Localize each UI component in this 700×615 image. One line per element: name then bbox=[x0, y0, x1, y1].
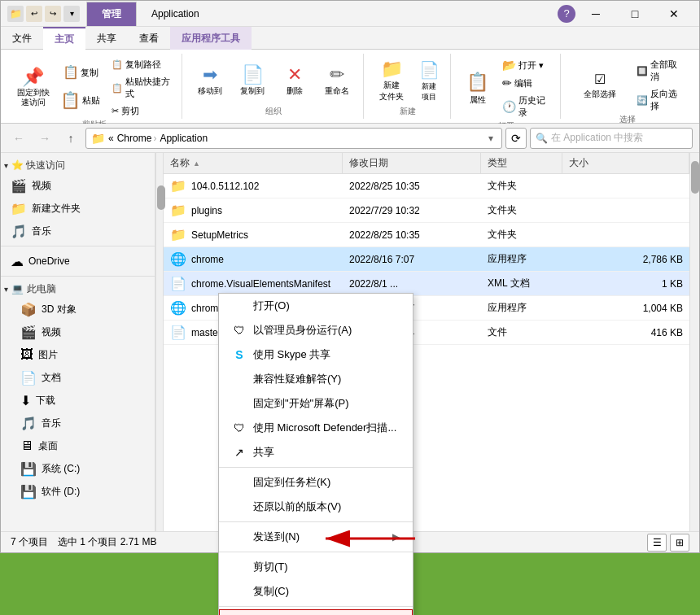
sidebar-item-video[interactable]: 🎬 视频 bbox=[1, 174, 155, 197]
quick-access-header[interactable]: ▾ ⭐ 快速访问 bbox=[1, 156, 155, 174]
table-row[interactable]: 📁 SetupMetrics 2022/8/25 10:35 文件夹 bbox=[164, 223, 689, 247]
table-row[interactable]: 📁 104.0.5112.102 2022/8/25 10:35 文件夹 bbox=[164, 174, 689, 198]
sidebar-item-desktop[interactable]: 🖥 桌面 bbox=[1, 434, 155, 457]
ctx-skype-share[interactable]: S 使用 Skype 共享 bbox=[219, 342, 413, 367]
address-dropdown-button[interactable]: ▾ bbox=[485, 133, 497, 144]
ribbon-group-organize: ➡ 移动到 📄 复制到 ✕ 删除 ✏ 重命名 bbox=[184, 54, 364, 119]
table-row[interactable]: 🌐 chrome 2022/8/16 7:07 应用程序 2,786 KB bbox=[164, 247, 689, 272]
breadcrumb-application[interactable]: Application bbox=[160, 133, 208, 144]
file-header: 名称 ▲ 修改日期 类型 大小 bbox=[164, 153, 689, 174]
detail-view-button[interactable]: ☰ bbox=[647, 534, 667, 552]
close-button[interactable]: ✕ bbox=[655, 1, 693, 27]
properties-icon: 📋 bbox=[466, 72, 488, 93]
select-none-button[interactable]: 🔲 全部取消 bbox=[633, 57, 686, 85]
ctx-open[interactable]: 打开(O) bbox=[219, 294, 413, 318]
invert-selection-button[interactable]: 🔄 反向选择 bbox=[633, 86, 686, 114]
sidebar-item-onedrive[interactable]: ☁ OneDrive bbox=[1, 250, 155, 273]
ctx-run-as-admin[interactable]: 🛡 以管理员身份运行(A) bbox=[219, 318, 413, 342]
sidebar-scrollbar-thumb[interactable] bbox=[157, 185, 165, 210]
sidebar-item-3d[interactable]: 📦 3D 对象 bbox=[1, 298, 155, 321]
refresh-button[interactable]: ⟳ bbox=[505, 128, 527, 149]
sidebar-item-pictures[interactable]: 🖼 图片 bbox=[1, 343, 155, 366]
history-button[interactable]: 🕐 历史记录 bbox=[499, 93, 553, 120]
copy-path-button[interactable]: 📋 复制路径 bbox=[108, 57, 176, 72]
sidebar-item-pictures-label: 图片 bbox=[38, 348, 58, 362]
sidebar-item-documents[interactable]: 📄 文档 bbox=[1, 366, 155, 389]
dropdown-icon[interactable]: ▾ bbox=[63, 6, 80, 22]
col-name[interactable]: 名称 ▲ bbox=[164, 153, 343, 173]
title-bar: 📁 ↩ ↪ ▾ 管理 Application ? ─ □ ✕ bbox=[1, 1, 699, 27]
ctx-share-icon: ↗ bbox=[232, 446, 247, 459]
tab-file[interactable]: 文件 bbox=[1, 27, 43, 50]
pin-to-quick-access-button[interactable]: 📌 固定到快速访问 bbox=[14, 63, 53, 112]
delete-button[interactable]: ✕ 删除 bbox=[275, 57, 314, 106]
move-to-button[interactable]: ➡ 移动到 bbox=[190, 57, 230, 106]
sidebar-item-video2[interactable]: 🎬 视频 bbox=[1, 321, 155, 343]
ctx-copy[interactable]: 复制(C) bbox=[219, 579, 413, 604]
ctx-cut[interactable]: 剪切(T) bbox=[219, 555, 413, 579]
copy-button[interactable]: 📋 复制 bbox=[56, 61, 105, 84]
sidebar-item-sysc[interactable]: 💾 系统 (C:) bbox=[1, 457, 155, 480]
col-size[interactable]: 大小 bbox=[562, 153, 689, 173]
this-pc-header[interactable]: ▾ 💻 此电脑 bbox=[1, 280, 155, 298]
new-item-button[interactable]: 📄 新建项目 bbox=[414, 57, 444, 106]
sort-arrow-name: ▲ bbox=[193, 159, 200, 168]
search-bar[interactable]: 🔍 在 Application 中搜索 bbox=[530, 128, 693, 149]
table-row[interactable]: 📁 plugins 2022/7/29 10:32 文件夹 bbox=[164, 198, 689, 223]
properties-button[interactable]: 📋 属性 bbox=[459, 64, 496, 113]
sidebar-item-new-folder-label: 新建文件夹 bbox=[32, 202, 81, 216]
cell-name: 📁 plugins bbox=[164, 198, 343, 222]
col-type[interactable]: 类型 bbox=[481, 153, 562, 173]
up-button[interactable]: ↑ bbox=[59, 127, 82, 150]
tab-view[interactable]: 查看 bbox=[128, 27, 170, 50]
tab-share[interactable]: 共享 bbox=[85, 27, 128, 50]
new-folder-button[interactable]: 📁 新建文件夹 bbox=[372, 57, 411, 106]
sysc-icon: 💾 bbox=[20, 461, 37, 477]
tab-apptool[interactable]: 应用程序工具 bbox=[170, 27, 252, 50]
sidebar-scrollbar[interactable] bbox=[155, 153, 164, 531]
sidebar-item-desktop-label: 桌面 bbox=[38, 439, 58, 453]
ctx-copy-label: 复制(C) bbox=[253, 584, 289, 599]
col-date[interactable]: 修改日期 bbox=[343, 153, 481, 173]
paste-shortcut-button[interactable]: 📋 粘贴快捷方式 bbox=[108, 74, 176, 102]
sidebar-item-music[interactable]: 🎵 音乐 bbox=[1, 220, 155, 242]
file-scrollbar-thumb[interactable] bbox=[691, 161, 699, 194]
tab-home[interactable]: 主页 bbox=[43, 27, 85, 50]
search-icon: 🔍 bbox=[536, 133, 548, 144]
open-dropdown-button[interactable]: 📂 打开 ▾ bbox=[499, 57, 553, 73]
ctx-restore[interactable]: 还原以前的版本(V) bbox=[219, 495, 413, 519]
rename-button[interactable]: ✏ 重命名 bbox=[317, 57, 357, 106]
paste-button[interactable]: 📋 粘贴 bbox=[56, 85, 105, 115]
edit-button[interactable]: ✏ 编辑 bbox=[499, 75, 553, 91]
sidebar-item-downloads[interactable]: ⬇ 下载 bbox=[1, 389, 155, 412]
select-all-button[interactable]: ☑ 全部选择 bbox=[569, 65, 630, 106]
ctx-create-shortcut[interactable]: 创建快捷方式(S) bbox=[219, 609, 413, 615]
back-button[interactable]: ← bbox=[7, 127, 30, 150]
cut-button[interactable]: ✂ 剪切 bbox=[108, 103, 176, 119]
ctx-share-label: 共享 bbox=[253, 445, 274, 460]
ctx-pin-taskbar[interactable]: 固定到任务栏(K) bbox=[219, 470, 413, 495]
quick-access-icon[interactable]: 📁 bbox=[7, 6, 24, 22]
sidebar-item-softd[interactable]: 💾 软件 (D:) bbox=[1, 480, 155, 503]
ctx-defender[interactable]: 🛡 使用 Microsoft Defender扫描... bbox=[219, 416, 413, 440]
ctx-defender-icon: 🛡 bbox=[232, 421, 247, 434]
undo-icon[interactable]: ↩ bbox=[26, 6, 42, 22]
help-button[interactable]: ? bbox=[558, 5, 575, 23]
pin-icon: 📌 bbox=[22, 68, 44, 86]
minimize-button[interactable]: ─ bbox=[577, 1, 615, 27]
address-bar[interactable]: 📁 « Chrome › Application ▾ bbox=[85, 128, 502, 149]
breadcrumb-chrome[interactable]: Chrome › bbox=[117, 133, 157, 144]
copy-to-button[interactable]: 📄 复制到 bbox=[233, 57, 272, 106]
tab-manage[interactable]: 管理 bbox=[86, 2, 137, 26]
redo-icon[interactable]: ↪ bbox=[45, 6, 61, 22]
ctx-pin-start[interactable]: 固定到"开始"屏幕(P) bbox=[219, 391, 413, 416]
file-scrollbar[interactable] bbox=[689, 153, 699, 531]
sidebar-item-music2[interactable]: 🎵 音乐 bbox=[1, 412, 155, 434]
ctx-compat[interactable]: 兼容性疑难解答(Y) bbox=[219, 367, 413, 391]
maximize-button[interactable]: □ bbox=[616, 1, 654, 27]
forward-button[interactable]: → bbox=[33, 127, 56, 150]
ctx-share[interactable]: ↗ 共享 bbox=[219, 440, 413, 465]
tile-view-button[interactable]: ⊞ bbox=[670, 534, 689, 552]
sidebar-item-new-folder[interactable]: 📁 新建文件夹 bbox=[1, 197, 155, 220]
sidebar-item-softd-label: 软件 (D:) bbox=[42, 485, 80, 499]
